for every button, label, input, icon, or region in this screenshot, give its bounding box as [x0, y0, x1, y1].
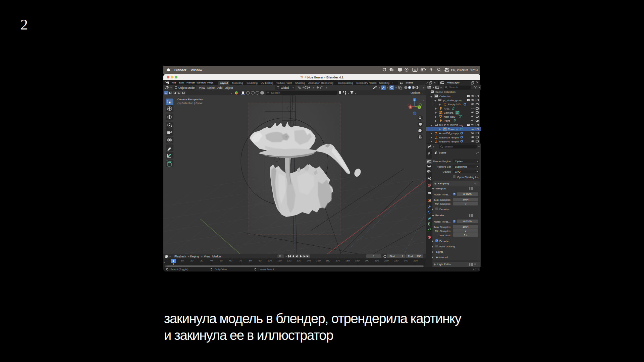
svg-text:Y: Y [419, 106, 420, 108]
svg-text:Z: Z [414, 99, 415, 101]
svg-text:‹: ‹ [423, 99, 424, 102]
svg-text:(1) Collection | Curve: (1) Collection | Curve [177, 102, 203, 105]
svg-text:X: X [410, 106, 411, 108]
svg-text:A: A [414, 68, 416, 71]
svg-text:Camera Perspective: Camera Perspective [177, 98, 203, 101]
